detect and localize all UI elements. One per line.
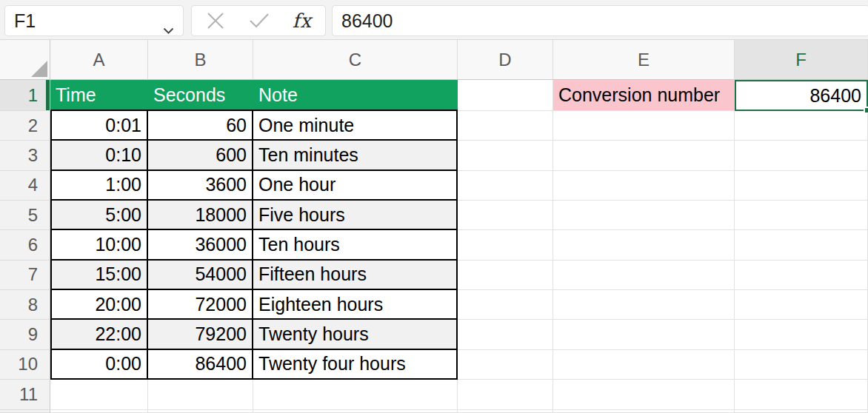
cell-D6[interactable]	[458, 230, 553, 260]
cell-B2[interactable]: 60	[148, 111, 253, 141]
name-box[interactable]: F1	[4, 5, 184, 36]
cell-A-partial	[50, 410, 148, 413]
cell-B8[interactable]: 72000	[148, 290, 253, 320]
cell-C7[interactable]: Fifteen hours	[253, 261, 458, 290]
name-box-value: F1	[14, 10, 36, 32]
cell-F5[interactable]	[735, 201, 868, 230]
row-header-6[interactable]: 6	[0, 230, 50, 260]
cell-A3[interactable]: 0:10	[50, 141, 148, 170]
cell-D3[interactable]	[458, 141, 553, 170]
cell-B10[interactable]: 86400	[148, 350, 253, 380]
cell-A5[interactable]: 5:00	[50, 201, 148, 230]
cell-B6[interactable]: 36000	[148, 230, 253, 260]
cell-A10[interactable]: 0:00	[50, 350, 148, 380]
cell-D5[interactable]	[458, 201, 553, 230]
cell-F10[interactable]	[735, 350, 868, 380]
row-header-partial	[0, 410, 50, 413]
cell-C9[interactable]: Twenty hours	[253, 320, 458, 349]
cell-C8[interactable]: Eighteen hours	[253, 290, 458, 320]
cell-D9[interactable]	[458, 320, 553, 349]
cell-F7[interactable]	[735, 261, 868, 290]
cell-E7[interactable]	[553, 261, 735, 290]
formula-buttons: fx	[191, 5, 326, 36]
chevron-down-icon[interactable]	[163, 18, 174, 39]
cell-B1[interactable]: Seconds	[148, 80, 253, 111]
cell-A11[interactable]	[50, 380, 148, 410]
cell-F-partial	[735, 410, 868, 413]
sheet-grid: ABCDEF1TimeSecondsNoteConversion number8…	[0, 40, 868, 413]
cell-A7[interactable]: 15:00	[50, 261, 148, 290]
cell-C2[interactable]: One minute	[253, 111, 458, 141]
row-header-5[interactable]: 5	[0, 201, 50, 230]
cell-A1[interactable]: Time	[50, 80, 148, 111]
cell-C10[interactable]: Twenty four hours	[253, 350, 458, 380]
cell-C3[interactable]: Ten minutes	[253, 141, 458, 170]
row-header-10[interactable]: 10	[0, 350, 50, 380]
column-header-B[interactable]: B	[148, 40, 253, 80]
cell-E6[interactable]	[553, 230, 735, 260]
cell-E11[interactable]	[553, 380, 735, 410]
formula-bar-区 formula-toolbar: F1 fx 86400	[0, 0, 868, 40]
cell-D10[interactable]	[458, 350, 553, 380]
column-header-F[interactable]: F	[735, 40, 868, 80]
cell-D8[interactable]	[458, 290, 553, 320]
cell-D1[interactable]	[458, 80, 553, 111]
cell-F4[interactable]	[735, 171, 868, 201]
cell-E4[interactable]	[553, 171, 735, 201]
cell-F6[interactable]	[735, 230, 868, 260]
cell-C1[interactable]: Note	[253, 80, 458, 111]
column-header-D[interactable]: D	[458, 40, 553, 80]
cell-C4[interactable]: One hour	[253, 171, 458, 201]
cell-F9[interactable]	[735, 320, 868, 349]
cell-B4[interactable]: 3600	[148, 171, 253, 201]
cell-B5[interactable]: 18000	[148, 201, 253, 230]
cell-B7[interactable]: 54000	[148, 261, 253, 290]
column-header-C[interactable]: C	[253, 40, 458, 80]
cell-E10[interactable]	[553, 350, 735, 380]
cell-B11[interactable]	[148, 380, 253, 410]
cell-F2[interactable]	[735, 111, 868, 141]
cell-D2[interactable]	[458, 111, 553, 141]
row-header-3[interactable]: 3	[0, 141, 50, 170]
cell-F3[interactable]	[735, 141, 868, 170]
row-header-4[interactable]: 4	[0, 171, 50, 201]
cell-F11[interactable]	[735, 380, 868, 410]
row-header-9[interactable]: 9	[0, 320, 50, 349]
cell-D11[interactable]	[458, 380, 553, 410]
column-header-A[interactable]: A	[50, 40, 148, 80]
cell-E5[interactable]	[553, 201, 735, 230]
enter-check-icon[interactable]	[248, 12, 270, 30]
cell-C-partial	[253, 410, 458, 413]
cell-E2[interactable]	[553, 111, 735, 141]
cancel-icon[interactable]	[205, 10, 226, 31]
cell-D7[interactable]	[458, 261, 553, 290]
cell-E1[interactable]: Conversion number	[553, 80, 735, 111]
select-all-corner[interactable]	[0, 40, 50, 80]
row-header-11[interactable]: 11	[0, 380, 50, 410]
cell-A2[interactable]: 0:01	[50, 111, 148, 141]
formula-input[interactable]: 86400	[332, 5, 868, 36]
cell-F8[interactable]	[735, 290, 868, 320]
cell-E9[interactable]	[553, 320, 735, 349]
column-header-E[interactable]: E	[553, 40, 735, 80]
cell-C6[interactable]: Ten hours	[253, 230, 458, 260]
cell-C11[interactable]	[253, 380, 458, 410]
cell-E3[interactable]	[553, 141, 735, 170]
cell-E-partial	[553, 410, 735, 413]
cell-B3[interactable]: 600	[148, 141, 253, 170]
cell-E8[interactable]	[553, 290, 735, 320]
cell-B9[interactable]: 79200	[148, 320, 253, 349]
fill-handle[interactable]	[864, 107, 868, 114]
row-header-7[interactable]: 7	[0, 261, 50, 290]
cell-A4[interactable]: 1:00	[50, 171, 148, 201]
cell-C5[interactable]: Five hours	[253, 201, 458, 230]
insert-function-icon[interactable]: fx	[293, 10, 312, 32]
cell-A6[interactable]: 10:00	[50, 230, 148, 260]
cell-A9[interactable]: 22:00	[50, 320, 148, 349]
cell-D4[interactable]	[458, 171, 553, 201]
row-header-8[interactable]: 8	[0, 290, 50, 320]
cell-F1-selected[interactable]: 86400	[735, 80, 868, 111]
row-header-2[interactable]: 2	[0, 111, 50, 141]
row-header-1[interactable]: 1	[0, 80, 50, 111]
cell-A8[interactable]: 20:00	[50, 290, 148, 320]
